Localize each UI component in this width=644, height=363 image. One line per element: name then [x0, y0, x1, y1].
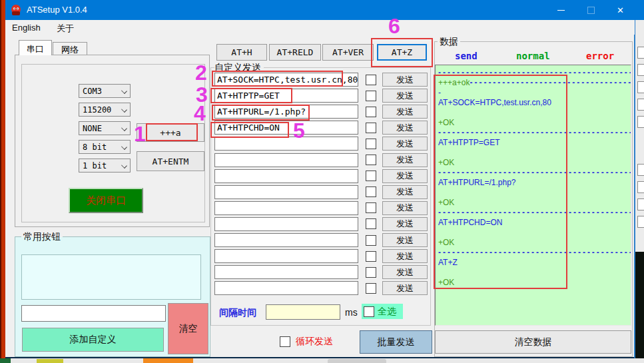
command-input[interactable] — [214, 249, 358, 263]
send-button[interactable]: 发送 — [382, 281, 428, 295]
taskbar-icon-fragment — [37, 359, 63, 363]
at-z-button[interactable]: AT+Z — [377, 44, 427, 61]
select-all-checkbox[interactable] — [364, 306, 374, 317]
at-h-button[interactable]: AT+H — [216, 44, 267, 61]
data-line-text: +OK — [438, 118, 454, 128]
send-checkbox[interactable] — [366, 267, 376, 278]
stopbits-select[interactable]: 1 bit — [79, 159, 131, 173]
send-checkbox[interactable] — [366, 171, 376, 181]
command-input[interactable]: AT+HTPTP=GET — [214, 89, 358, 103]
menu-item-english[interactable]: English — [12, 23, 41, 33]
command-input[interactable]: AT+SOCK=HTPC,test.usr.cn,80 — [214, 73, 358, 87]
send-button[interactable]: 发送 — [382, 89, 428, 103]
send-checkbox[interactable] — [366, 202, 376, 213]
chevron-down-icon — [121, 163, 127, 169]
command-input[interactable] — [214, 185, 358, 199]
interval-input[interactable] — [266, 304, 340, 320]
send-button[interactable]: 发送 — [382, 185, 428, 199]
maximize-button[interactable] — [576, 0, 606, 20]
command-input[interactable] — [214, 265, 358, 279]
command-input[interactable] — [214, 201, 358, 215]
command-input[interactable] — [214, 217, 358, 231]
send-checkbox[interactable] — [366, 218, 376, 229]
send-checkbox[interactable] — [366, 91, 376, 101]
send-button[interactable]: 发送 — [382, 217, 428, 231]
custom-send-row: 发送 — [214, 233, 428, 247]
send-button[interactable]: 发送 — [382, 249, 428, 263]
at-ver-button[interactable]: AT+VER — [322, 44, 374, 61]
common-buttons-list[interactable] — [21, 254, 201, 300]
send-checkbox[interactable] — [366, 155, 376, 165]
parity-select[interactable]: NONE — [79, 121, 131, 135]
command-input[interactable]: AT+HTPCHD=ON — [214, 121, 358, 135]
at-reld-button[interactable]: AT+RELD — [269, 44, 321, 61]
at-entm-button[interactable]: AT+ENTM — [137, 151, 204, 171]
send-button[interactable]: 发送 — [382, 121, 428, 135]
send-checkbox[interactable] — [366, 251, 376, 262]
annotation-number: 5 — [293, 121, 305, 141]
plus-a-button[interactable]: +++a — [137, 123, 204, 142]
chevron-down-icon — [121, 107, 127, 113]
command-input[interactable] — [214, 137, 358, 151]
send-button[interactable]: 发送 — [382, 105, 428, 119]
send-button[interactable]: 发送 — [382, 73, 428, 87]
select-all-wrap: 全选 — [362, 304, 403, 319]
command-input[interactable] — [214, 281, 358, 295]
window-fragment — [637, 198, 644, 210]
window-fragment — [637, 47, 644, 59]
loop-send-checkbox[interactable] — [280, 336, 290, 347]
ms-label: ms — [345, 307, 358, 318]
custom-send-row: 发送 — [214, 153, 428, 167]
send-checkbox[interactable] — [366, 139, 376, 149]
send-button[interactable]: 发送 — [382, 169, 428, 183]
screen: ATSetup V1.0.4 ✕ English 关于 串口 网络 串口号 波特… — [0, 0, 644, 363]
databits-select[interactable]: 8 bit — [79, 140, 131, 154]
send-button[interactable]: 发送 — [382, 153, 428, 167]
data-line: AT+HTPCHD=ON — [438, 218, 631, 228]
send-button[interactable]: 发送 — [382, 265, 428, 279]
send-checkbox[interactable] — [366, 186, 376, 197]
com-port-select[interactable]: COM3 — [79, 84, 131, 98]
clear-common-button[interactable]: 清空 — [168, 303, 208, 354]
data-line-text: AT+HTPTP=GET — [438, 138, 499, 148]
data-line: +OK — [438, 158, 631, 168]
send-checkbox[interactable] — [366, 107, 376, 117]
app-icon — [10, 4, 22, 16]
send-checkbox[interactable] — [366, 75, 376, 85]
data-log[interactable]: ----------------------------------------… — [435, 65, 631, 326]
data-line: ----------------------------------------… — [438, 208, 631, 218]
command-input[interactable] — [214, 153, 358, 167]
batch-send-button[interactable]: 批量发送 — [360, 330, 432, 354]
common-buttons-title: 常用按钮 — [21, 231, 63, 243]
command-input[interactable] — [214, 233, 358, 247]
command-input[interactable]: AT+HTPURL=/1.php? — [214, 105, 358, 119]
command-input[interactable] — [214, 169, 358, 183]
custom-send-row: 发送 — [214, 201, 428, 215]
baudrate-select[interactable]: 115200 — [79, 103, 131, 117]
close-port-button[interactable]: 关闭串口 — [69, 188, 143, 213]
send-checkbox[interactable] — [366, 235, 376, 246]
data-line-separator: ----------------------------------------… — [470, 78, 631, 88]
data-line: +OK — [438, 278, 631, 288]
com-port-value: COM3 — [83, 87, 102, 96]
tab-network[interactable]: 网络 — [53, 42, 87, 55]
data-line: +++a+ok---------------------------------… — [438, 78, 631, 88]
send-button[interactable]: 发送 — [382, 137, 428, 151]
menu-item-about[interactable]: 关于 — [57, 23, 74, 35]
add-custom-button[interactable]: 添加自定义 — [22, 328, 164, 352]
send-checkbox[interactable] — [366, 283, 376, 294]
data-line-text: AT+SOCK=HTPC,test.usr.cn,80 — [438, 98, 551, 108]
custom-command-input[interactable] — [21, 305, 166, 322]
custom-send-row: 发送 — [214, 137, 428, 151]
minimize-button[interactable] — [546, 0, 576, 20]
tab-serial[interactable]: 串口 — [19, 40, 52, 55]
send-button[interactable]: 发送 — [382, 201, 428, 215]
window-fragment — [637, 216, 644, 228]
close-button[interactable]: ✕ — [606, 0, 635, 20]
clear-data-button[interactable]: 清空数据 — [435, 330, 631, 354]
data-line: +OK — [438, 198, 631, 208]
parity-value: NONE — [83, 124, 102, 133]
send-checkbox[interactable] — [366, 123, 376, 133]
window-fragment — [637, 64, 644, 76]
send-button[interactable]: 发送 — [382, 233, 428, 247]
